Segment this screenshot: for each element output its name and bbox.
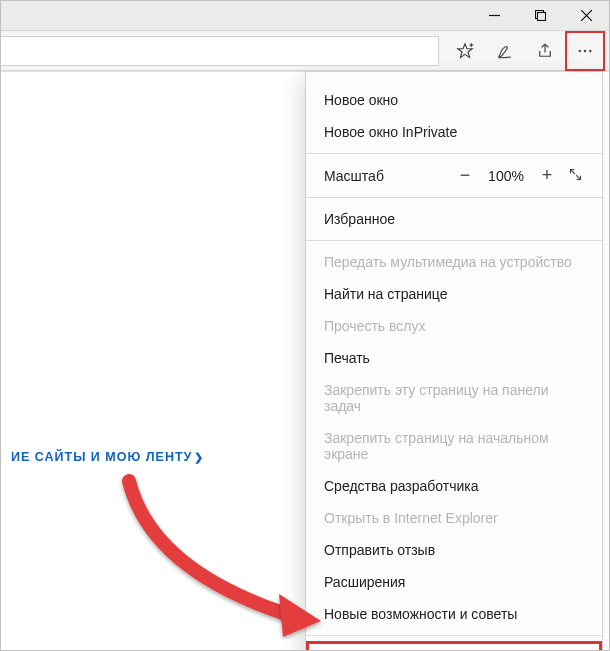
window-minimize-button[interactable] [471,1,517,31]
menu-new-inprivate[interactable]: Новое окно InPrivate [306,116,602,148]
more-menu-button[interactable] [565,31,605,71]
zoom-in-button[interactable]: + [532,165,562,186]
settings-dropdown-menu: Новое окно Новое окно InPrivate Масштаб … [305,71,603,651]
menu-separator [306,635,602,636]
chevron-right-icon: ❯ [194,451,204,464]
menu-new-window[interactable]: Новое окно [306,84,602,116]
menu-extensions[interactable]: Расширения [306,566,602,598]
svg-point-9 [584,49,586,51]
menu-separator [306,153,602,154]
svg-rect-2 [537,13,545,21]
window-titlebar [1,1,609,31]
svg-point-10 [589,49,591,51]
menu-zoom-row: Масштаб − 100% + [306,159,602,192]
menu-dev-tools[interactable]: Средства разработчика [306,470,602,502]
feed-sites-link[interactable]: ИЕ САЙТЫ И МОЮ ЛЕНТУ ❯ [11,450,204,464]
zoom-label: Масштаб [324,168,450,184]
menu-find[interactable]: Найти на странице [306,278,602,310]
menu-pin-taskbar: Закрепить эту страницу на панели задач [306,374,602,422]
zoom-out-button[interactable]: − [450,165,480,186]
address-bar-wrap [1,31,445,71]
window-maximize-button[interactable] [517,1,563,31]
menu-read-aloud: Прочесть вслух [306,310,602,342]
menu-pin-start: Закрепить страницу на начальном экране [306,422,602,470]
menu-settings[interactable]: Параметры [306,641,602,651]
browser-toolbar [1,31,609,71]
menu-favorites[interactable]: Избранное [306,203,602,235]
svg-marker-5 [458,43,472,57]
notes-pen-icon[interactable] [485,31,525,71]
share-icon[interactable] [525,31,565,71]
fullscreen-icon[interactable] [562,167,588,185]
menu-whats-new[interactable]: Новые возможности и советы [306,598,602,630]
favorites-star-icon[interactable] [445,31,485,71]
menu-feedback[interactable]: Отправить отзыв [306,534,602,566]
menu-separator [306,240,602,241]
menu-cast: Передать мультимедиа на устройство [306,246,602,278]
window-close-button[interactable] [563,1,609,31]
feed-sites-label: ИЕ САЙТЫ И МОЮ ЛЕНТУ [11,450,192,464]
zoom-value: 100% [480,168,532,184]
menu-print[interactable]: Печать [306,342,602,374]
menu-open-ie: Открыть в Internet Explorer [306,502,602,534]
svg-point-8 [579,49,581,51]
menu-separator [306,197,602,198]
address-bar[interactable] [1,36,439,66]
